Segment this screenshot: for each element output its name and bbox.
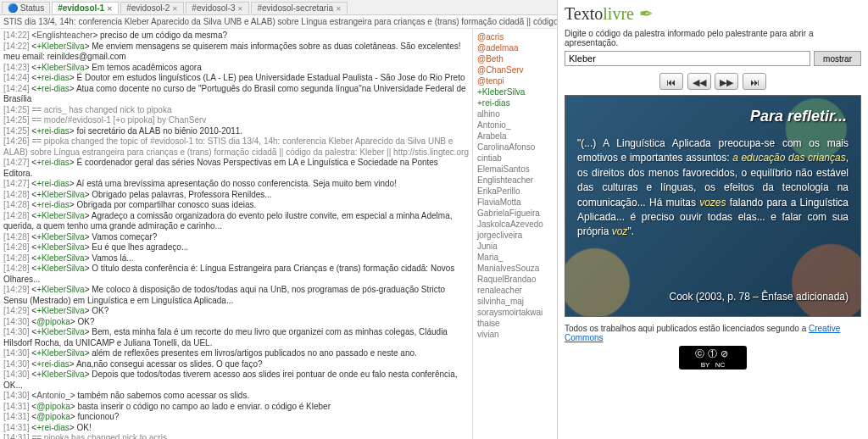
slide-citation: Cook (2003, p. 78 – Ênfase adicionada) xyxy=(670,291,849,303)
slide: Para refletir... "(...) A Linguística Ap… xyxy=(565,95,861,317)
prompt-text: Digite o código da palestra informado pe… xyxy=(565,29,861,47)
user-item[interactable]: Antonio_ xyxy=(477,119,553,131)
close-icon[interactable]: ✕ xyxy=(172,5,178,13)
user-list: @acris@adelmaa@Beth@ChanServ@tenpi+Klebe… xyxy=(472,29,557,439)
logo-text: Textolivre xyxy=(565,4,634,24)
chat-line: [14:29] <+KleberSilva> Me coloco à dispo… xyxy=(3,285,469,306)
chat-line: [14:24] <+rei-dias> É Doutor em estudos … xyxy=(3,73,469,84)
next-slide-icon[interactable]: ▶▶ xyxy=(715,73,738,90)
logo: Textolivre ✒ xyxy=(565,3,861,24)
chat-line: [14:27] <+rei-dias> É coordenador geral … xyxy=(3,158,469,179)
chat-line: [14:26] == pipoka changed the topic of #… xyxy=(3,136,469,158)
chat-line: [14:30] <Antonio_> também não sabemos co… xyxy=(3,391,469,402)
user-item[interactable]: cintiab xyxy=(477,153,553,164)
user-item[interactable]: JaskolcaAzevedo xyxy=(477,219,553,230)
chat-line: [14:28] <+rei-dias> Obrigada por compart… xyxy=(3,200,469,211)
chat-line: [14:23] <+KleberSilva> Em temos acadêmic… xyxy=(3,63,469,74)
user-item[interactable]: renaleacher xyxy=(477,285,553,296)
code-form: mostrar xyxy=(565,51,861,66)
user-item[interactable]: GabrielaFigueira xyxy=(477,208,553,219)
channel-tabs: 🔵 Status#evidosol-1✕#evidosol-2✕#evidoso… xyxy=(0,0,557,15)
user-item[interactable]: RaquelBrandao xyxy=(477,274,553,285)
chat-line: [14:25] == mode/#evidosol-1 [+o pipoka] … xyxy=(3,115,469,126)
chat-line: [14:30] <+KleberSilva> Depois que todos/… xyxy=(3,370,469,391)
user-item[interactable]: CarolinaAfonso xyxy=(477,142,553,153)
user-item[interactable]: @ChanServ xyxy=(477,64,553,75)
user-item[interactable]: ManialvesSouza xyxy=(477,263,553,274)
user-item[interactable]: ErikaPerillo xyxy=(477,186,553,197)
channel-topic: STIS dia 13/4, 14h: conferencia Kleber A… xyxy=(0,15,557,29)
user-item[interactable]: @Beth xyxy=(477,53,553,64)
pen-icon: ✒ xyxy=(639,3,654,24)
show-button[interactable]: mostrar xyxy=(814,51,861,66)
tab-evidosol-secretaria[interactable]: #evidosol-secretaria✕ xyxy=(251,2,348,14)
tab-evidosol-1[interactable]: #evidosol-1✕ xyxy=(52,2,119,14)
chat-line: [14:31] == pipoka has changed nick to ac… xyxy=(3,433,469,439)
user-item[interactable]: thaise xyxy=(477,318,553,329)
slide-body: "(...) A Linguística Aplicada preocupa-s… xyxy=(577,136,849,240)
chat-line: [14:25] == acris_ has changed nick to pi… xyxy=(3,105,469,116)
slide-title: Para refletir... xyxy=(750,108,847,125)
user-item[interactable]: silvinha_maj xyxy=(477,296,553,307)
chat-line: [14:28] <+KleberSilva> Agradeço a comiss… xyxy=(3,211,469,232)
last-slide-icon[interactable]: ⏭ xyxy=(743,73,766,90)
presentation-panel: Textolivre ✒ Digite o código da palestra… xyxy=(558,0,868,439)
chat-line: [14:28] <+KleberSilva> Obrigado pelas pa… xyxy=(3,190,469,201)
first-slide-icon[interactable]: ⏮ xyxy=(659,73,683,90)
chat-line: [14:29] <+KleberSilva> OK? xyxy=(3,306,469,317)
tab-evidosol-3[interactable]: #evidosol-3✕ xyxy=(186,2,249,14)
close-icon[interactable]: ✕ xyxy=(107,5,113,13)
user-item[interactable]: soraysmoirtakwai xyxy=(477,307,553,318)
chat-line: [14:22] <+KleberSilva> Me enviem mensage… xyxy=(3,42,469,63)
slide-controls: ⏮ ◀◀ ▶▶ ⏭ xyxy=(565,73,861,90)
chat-line: [14:24] <+rei-dias> Atua como docente no… xyxy=(3,84,469,105)
user-item[interactable]: +KleberSilva xyxy=(477,86,553,97)
chat-line: [14:30] <+KleberSilva> Bem, esta minha f… xyxy=(3,327,469,348)
chat-line: [14:31] <@pipoka> funcionou? xyxy=(3,412,469,423)
chat-line: [14:28] <+KleberSilva> Vamos lá... xyxy=(3,253,469,264)
chat-line: [14:25] <+rei-dias> foi secretário da AL… xyxy=(3,126,469,137)
user-item[interactable]: Junia xyxy=(477,241,553,252)
user-item[interactable]: @tenpi xyxy=(477,75,553,86)
user-item[interactable]: alhino xyxy=(477,108,553,119)
chat-area: [14:22] <Englishteacher> preciso de um c… xyxy=(0,29,557,439)
chat-line: [14:28] <+KleberSilva> Eu é que lhes agr… xyxy=(3,242,469,253)
user-item[interactable]: FlaviaMotta xyxy=(477,197,553,208)
chat-line: [14:30] <@pipoka> OK? xyxy=(3,317,469,328)
close-icon[interactable]: ✕ xyxy=(237,5,243,13)
close-icon[interactable]: ✕ xyxy=(336,5,342,13)
license-text: Todos os trabalhos aqui publicados estão… xyxy=(565,324,861,342)
chat-line: [14:30] <+KleberSilva> além de reflexões… xyxy=(3,348,469,359)
chat-line: [14:30] <+rei-dias> Ana,não consegui ace… xyxy=(3,359,469,370)
user-item[interactable]: jorgecliveira xyxy=(477,230,553,241)
cc-badge-icon: ⓒ①⊘ BY NC xyxy=(679,346,747,370)
topic-text: STIS dia 13/4, 14h: conferencia Kleber A… xyxy=(3,17,557,26)
irc-panel: 🔵 Status#evidosol-1✕#evidosol-2✕#evidoso… xyxy=(0,0,558,439)
prev-slide-icon[interactable]: ◀◀ xyxy=(687,73,711,90)
code-input[interactable] xyxy=(565,51,810,66)
chat-line: [14:28] <+KleberSilva> Vamos começar? xyxy=(3,232,469,243)
chat-log: [14:22] <Englishteacher> preciso de um c… xyxy=(0,29,472,439)
user-item[interactable]: vivian xyxy=(477,329,553,340)
user-item[interactable]: @acris xyxy=(477,31,553,42)
user-item[interactable]: Arabela xyxy=(477,131,553,142)
tab-Status[interactable]: 🔵 Status xyxy=(2,2,50,14)
chat-line: [14:31] <+rei-dias> OK! xyxy=(3,423,469,434)
tab-evidosol-2[interactable]: #evidosol-2✕ xyxy=(120,2,184,14)
user-item[interactable]: @adelmaa xyxy=(477,42,553,53)
user-item[interactable]: Maria_ xyxy=(477,252,553,263)
chat-line: [14:28] <+KleberSilva> O título desta co… xyxy=(3,264,469,285)
user-item[interactable]: Englishteacher xyxy=(477,175,553,186)
user-item[interactable]: ElemaiSantos xyxy=(477,164,553,175)
chat-line: [14:27] <+rei-dias> Aí está uma brevíssi… xyxy=(3,179,469,190)
chat-line: [14:31] <@pipoka> basta inserir o código… xyxy=(3,402,469,413)
chat-line: [14:22] <Englishteacher> preciso de um c… xyxy=(3,31,469,42)
user-item[interactable]: +rei-dias xyxy=(477,97,553,108)
